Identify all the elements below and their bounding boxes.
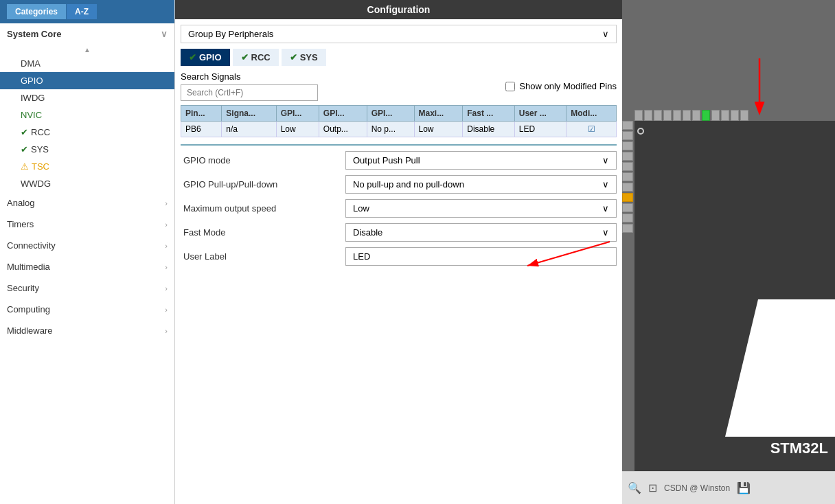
category-analog[interactable]: Analog › <box>0 192 174 214</box>
table-row[interactable]: PB6 n/a Low Outp... No p... Low Disable … <box>181 122 617 137</box>
table-header-row: Pin... Signa... GPI... GPI... GPI... Max… <box>181 106 617 122</box>
left-pin-7 <box>622 183 633 192</box>
category-timers[interactable]: Timers › <box>0 214 174 235</box>
group-by-row: Group By Peripherals ∨ <box>181 25 617 43</box>
cell-signal: n/a <box>222 122 276 137</box>
left-pin-1 <box>622 121 633 130</box>
nav-item-gpio[interactable]: GPIO <box>0 72 174 89</box>
tab-bar: ✔ GPIO ✔ RCC ✔ SYS <box>181 49 617 66</box>
prop-max-speed: Maximum output speed Low ∨ <box>181 199 617 218</box>
left-pins <box>622 121 633 233</box>
col-signal: Signa... <box>222 106 276 122</box>
fastmode-select[interactable]: Disable ∨ <box>345 223 617 242</box>
category-middleware[interactable]: Middleware › <box>0 320 174 341</box>
nav-item-sys[interactable]: ✔SYS <box>0 141 174 158</box>
fit-button[interactable]: ⊡ <box>648 481 657 494</box>
pin-pb10 <box>740 110 748 121</box>
tsc-warn-icon: ⚠ <box>21 161 29 172</box>
system-core-label: System Core <box>7 29 61 39</box>
left-pin-11 <box>622 224 633 233</box>
system-core-chevron: ∨ <box>161 29 168 39</box>
timers-label: Timers <box>7 219 34 229</box>
category-security[interactable]: Security › <box>0 277 174 299</box>
search-input[interactable] <box>181 84 318 101</box>
sidebar-header: Categories A-Z <box>0 0 174 23</box>
category-computing[interactable]: Computing › <box>0 299 174 320</box>
main-content: Configuration Group By Peripherals ∨ ✔ G… <box>175 0 622 504</box>
pin-vss <box>644 110 652 121</box>
cell-modi: ☑ <box>567 122 617 137</box>
cell-fast: Disable <box>463 122 515 137</box>
pullupdown-label: GPIO Pull-up/Pull-down <box>181 179 345 190</box>
fastmode-chevron: ∨ <box>602 227 609 238</box>
col-gpi1: GPI... <box>276 106 319 122</box>
pullupdown-value: No pull-up and no pull-down <box>353 179 464 190</box>
search-section-label: Search Signals <box>181 71 318 82</box>
maxspeed-label: Maximum output speed <box>181 203 345 214</box>
bottom-toolbar: 🔍 ⊡ CSDN @ Winston 💾 <box>622 471 835 504</box>
prop-user-label: User Label <box>181 247 617 266</box>
pin-vdd <box>634 110 643 121</box>
pin-pb3 <box>673 110 681 121</box>
group-by-select[interactable]: Group By Peripherals ∨ <box>181 25 617 43</box>
config-area: Group By Peripherals ∨ ✔ GPIO ✔ RCC ✔ SY… <box>175 19 622 504</box>
userlabel-label: User Label <box>181 251 345 262</box>
connectivity-label: Connectivity <box>7 240 56 251</box>
nav-item-tsc[interactable]: ⚠TSC <box>0 158 174 175</box>
nav-item-dma[interactable]: DMA <box>0 55 174 72</box>
rcc-tab-check-icon: ✔ <box>241 52 249 62</box>
left-pin-9 <box>622 203 633 212</box>
pin-pb1 <box>654 110 662 121</box>
gpio-tab-label: GPIO <box>199 52 222 62</box>
nav-item-rcc[interactable]: ✔RCC <box>0 124 174 141</box>
nav-item-iwdg[interactable]: IWDG <box>0 89 174 106</box>
prop-fast-mode: Fast Mode Disable ∨ <box>181 223 617 242</box>
tab-az[interactable]: A-Z <box>67 4 98 19</box>
tab-rcc[interactable]: ✔ RCC <box>233 49 279 66</box>
pin-pb8 <box>721 110 729 121</box>
left-pin-3 <box>622 141 633 150</box>
computing-label: Computing <box>7 304 50 314</box>
pullupdown-select[interactable]: No pull-up and no pull-down ∨ <box>345 175 617 194</box>
toolbar-user-text: CSDN @ Winston <box>664 483 730 493</box>
rcc-check-icon: ✔ <box>21 127 28 137</box>
pullupdown-chevron: ∨ <box>602 179 609 190</box>
gpio-mode-select[interactable]: Output Push Pull ∨ <box>345 151 617 170</box>
analog-chevron: › <box>165 199 168 207</box>
chip-logo-shape <box>725 299 835 437</box>
group-by-label: Group By Peripherals <box>188 29 273 39</box>
save-button[interactable]: 💾 <box>737 481 751 494</box>
tab-sys[interactable]: ✔ SYS <box>282 49 326 66</box>
col-user: User ... <box>514 106 567 122</box>
tab-gpio[interactable]: ✔ GPIO <box>181 49 230 66</box>
col-gpi2: GPI... <box>319 106 367 122</box>
category-connectivity[interactable]: Connectivity › <box>0 235 174 256</box>
cell-gpi2: Outp... <box>319 122 367 137</box>
category-multimedia[interactable]: Multimedia › <box>0 256 174 277</box>
pin-pb4 <box>683 110 691 121</box>
nav-item-nvic[interactable]: NVIC <box>0 106 174 124</box>
maxspeed-select[interactable]: Low ∨ <box>345 199 617 218</box>
col-fast: Fast ... <box>463 106 515 122</box>
nav-item-wwdg[interactable]: WWDG <box>0 175 174 192</box>
search-row: Search Signals Show only Modified Pins <box>181 71 617 101</box>
gpio-mode-label: GPIO mode <box>181 155 345 165</box>
maxspeed-chevron: ∨ <box>602 203 609 214</box>
top-pin-row <box>634 110 748 121</box>
maxspeed-value: Low <box>353 203 369 214</box>
left-pin-4 <box>622 152 633 161</box>
show-modified-checkbox[interactable] <box>505 82 515 91</box>
userlabel-input[interactable] <box>345 247 617 266</box>
red-arrow-chip <box>739 55 780 117</box>
fastmode-label: Fast Mode <box>181 227 345 238</box>
tab-categories[interactable]: Categories <box>7 4 67 19</box>
show-modified-row: Show only Modified Pins <box>505 81 617 91</box>
cell-gpi3: No p... <box>367 122 414 137</box>
scroll-up-arrow[interactable]: ▲ <box>0 45 174 55</box>
pin-table-wrapper: Pin... Signa... GPI... GPI... GPI... Max… <box>181 105 617 137</box>
system-core-header[interactable]: System Core ∨ <box>0 23 174 45</box>
multimedia-chevron: › <box>165 263 168 271</box>
chip-circle-marker <box>637 128 644 135</box>
zoom-button[interactable]: 🔍 <box>628 481 641 494</box>
left-pin-2 <box>622 131 633 140</box>
